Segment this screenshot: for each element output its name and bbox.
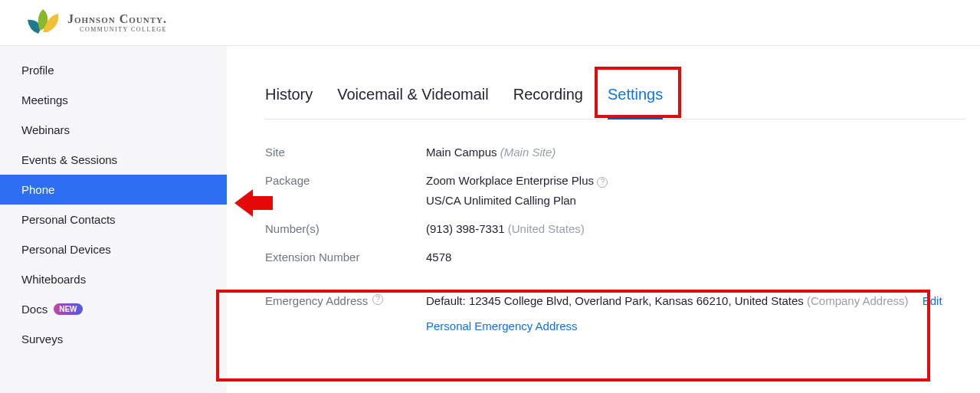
logo-text: Johnson County. COMMUNITY COLLEGE xyxy=(67,13,167,33)
row-extension: Extension Number 4578 xyxy=(265,243,966,271)
sidebar-item-label: Surveys xyxy=(21,332,63,346)
package-plan: Zoom Workplace Enterprise Plus xyxy=(426,174,594,187)
sidebar-item-surveys[interactable]: Surveys xyxy=(0,324,227,354)
tab-recording[interactable]: Recording xyxy=(513,80,583,119)
label-numbers: Number(s) xyxy=(265,222,426,235)
sidebar-item-personal-contacts[interactable]: Personal Contacts xyxy=(0,205,227,234)
site-name: Main Campus xyxy=(426,146,497,159)
logo-subtitle: COMMUNITY COLLEGE xyxy=(67,27,167,33)
body: Profile Meetings Webinars Events & Sessi… xyxy=(0,46,980,393)
tab-label: Settings xyxy=(608,86,663,103)
row-package: Package Zoom Workplace Enterprise Plus ?… xyxy=(265,166,966,215)
sidebar-item-phone[interactable]: Phone xyxy=(0,175,227,205)
value-site: Main Campus (Main Site) xyxy=(426,146,556,159)
sidebar-item-label: Events & Sessions xyxy=(21,153,117,166)
sidebar-item-whiteboards[interactable]: Whiteboards xyxy=(0,264,227,294)
tab-history[interactable]: History xyxy=(265,80,313,119)
tab-settings[interactable]: Settings xyxy=(608,80,663,119)
tab-label: History xyxy=(265,86,313,103)
row-site: Site Main Campus (Main Site) xyxy=(265,138,966,166)
sidebar-item-label: Whiteboards xyxy=(21,273,86,286)
content: History Voicemail & Videomail Recording … xyxy=(227,46,980,393)
sidebar-item-label: Profile xyxy=(21,64,54,77)
sidebar-item-label: Personal Contacts xyxy=(21,213,116,226)
label-package: Package xyxy=(265,174,426,207)
sidebar: Profile Meetings Webinars Events & Sessi… xyxy=(0,46,227,393)
svg-marker-0 xyxy=(234,189,273,217)
tab-label: Voicemail & Videomail xyxy=(337,86,489,103)
label-extension: Extension Number xyxy=(265,251,426,264)
sidebar-item-label: Webinars xyxy=(21,123,70,136)
tab-label: Recording xyxy=(513,86,583,103)
package-calling-plan: US/CA Unlimited Calling Plan xyxy=(426,194,608,207)
annotation-box-emergency-address xyxy=(216,290,930,382)
sidebar-item-docs[interactable]: Docs NEW xyxy=(0,294,227,324)
value-numbers: (913) 398-7331 (United States) xyxy=(426,222,585,235)
number-region: (United States) xyxy=(508,222,585,235)
sidebar-item-profile[interactable]: Profile xyxy=(0,55,227,85)
sidebar-item-label: Docs xyxy=(21,303,48,316)
sidebar-item-label: Personal Devices xyxy=(21,243,111,256)
value-package: Zoom Workplace Enterprise Plus ? US/CA U… xyxy=(426,174,608,207)
row-numbers: Number(s) (913) 398-7331 (United States) xyxy=(265,215,966,243)
number: (913) 398-7331 xyxy=(426,222,505,235)
sidebar-item-personal-devices[interactable]: Personal Devices xyxy=(0,234,227,264)
help-icon[interactable]: ? xyxy=(597,177,608,188)
logo-title: Johnson County. xyxy=(67,13,167,25)
value-extension: 4578 xyxy=(426,251,451,264)
sidebar-item-events-sessions[interactable]: Events & Sessions xyxy=(0,145,227,175)
sidebar-item-label: Meetings xyxy=(21,93,68,106)
tab-voicemail-videomail[interactable]: Voicemail & Videomail xyxy=(337,80,489,119)
new-badge: NEW xyxy=(54,303,82,315)
sidebar-item-meetings[interactable]: Meetings xyxy=(0,85,227,115)
annotation-arrow-icon xyxy=(234,187,273,219)
header: Johnson County. COMMUNITY COLLEGE xyxy=(0,0,980,46)
site-note: (Main Site) xyxy=(500,146,556,159)
logo-leaves-icon xyxy=(21,8,61,38)
label-site: Site xyxy=(265,146,426,159)
sidebar-item-label: Phone xyxy=(21,183,54,196)
logo[interactable]: Johnson County. COMMUNITY COLLEGE xyxy=(21,8,167,38)
sidebar-item-webinars[interactable]: Webinars xyxy=(0,115,227,145)
tabs: History Voicemail & Videomail Recording … xyxy=(265,80,966,120)
